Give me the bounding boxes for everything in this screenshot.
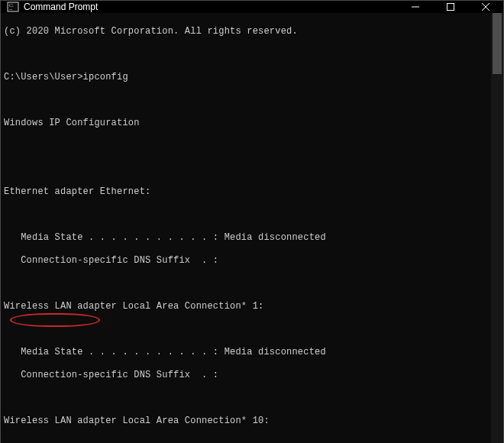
minimize-button[interactable]: [398, 1, 433, 13]
svg-text:C:: C:: [9, 3, 14, 8]
blank: [4, 324, 488, 335]
window-title: Command Prompt: [24, 2, 398, 12]
titlebar[interactable]: _ C: Command Prompt: [1, 1, 503, 13]
command-prompt-icon: _ C:: [7, 1, 19, 13]
terminal-area: (c) 2020 Microsoft Corporation. All righ…: [1, 13, 503, 443]
blank: [4, 209, 488, 221]
blank: [4, 438, 488, 443]
media-state: Media State . . . . . . . . . . . : Medi…: [4, 232, 488, 244]
blank: [4, 278, 488, 289]
scrollbar[interactable]: [491, 13, 503, 443]
section-title: Ethernet adapter Ethernet:: [4, 186, 488, 198]
blank: [4, 393, 488, 404]
svg-rect-4: [447, 4, 454, 11]
section-title: Wireless LAN adapter Local Area Connecti…: [4, 301, 488, 312]
window-controls: [398, 1, 503, 13]
copyright-line: (c) 2020 Microsoft Corporation. All righ…: [4, 26, 488, 37]
scrollbar-thumb[interactable]: [493, 13, 502, 74]
blank: [4, 49, 488, 60]
dns-suffix: Connection-specific DNS Suffix . :: [4, 255, 488, 267]
blank: [4, 95, 488, 106]
prompt-line: C:\Users\User>ipconfig: [4, 72, 488, 83]
dns-suffix: Connection-specific DNS Suffix . :: [4, 370, 488, 381]
terminal-output[interactable]: (c) 2020 Microsoft Corporation. All righ…: [1, 13, 491, 443]
media-state: Media State . . . . . . . . . . . : Medi…: [4, 347, 488, 358]
blank: [4, 141, 488, 152]
ipconfig-heading: Windows IP Configuration: [4, 118, 488, 129]
section-title: Wireless LAN adapter Local Area Connecti…: [4, 416, 488, 427]
maximize-button[interactable]: [433, 1, 468, 13]
close-button[interactable]: [468, 1, 503, 13]
command-prompt-window: _ C: Command Prompt (c) 2020 Microsoft C…: [0, 0, 504, 443]
blank: [4, 163, 488, 175]
